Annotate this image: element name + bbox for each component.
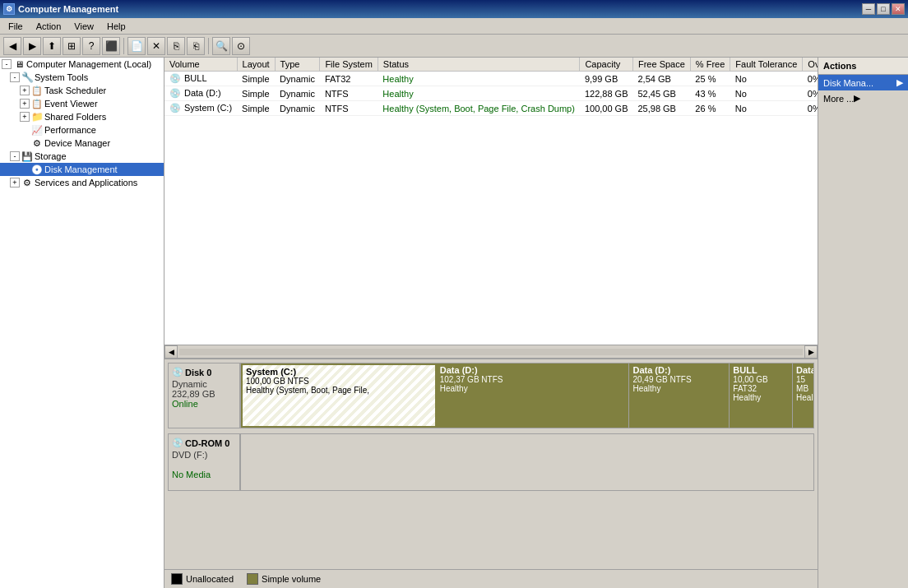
back-button[interactable]: ◀	[3, 37, 21, 55]
col-type[interactable]: Type	[275, 58, 320, 72]
properties-button[interactable]: ⊙	[232, 37, 250, 55]
close-button[interactable]: ✕	[892, 3, 905, 15]
actions-panel: Actions Disk Mana... ▶ More ... ▶	[818, 58, 908, 588]
new-button[interactable]: 📄	[127, 37, 146, 55]
scroll-left[interactable]: ◀	[164, 345, 178, 359]
col-capacity[interactable]: Capacity	[580, 58, 633, 72]
disk-management-icon: 💿	[31, 164, 43, 175]
col-status[interactable]: Status	[378, 58, 580, 72]
sidebar-item-storage[interactable]: - 💾 Storage	[0, 150, 164, 163]
up-button[interactable]: ⬆	[43, 37, 61, 55]
cell-type: Dynamic	[275, 72, 320, 86]
partition-data-small-size: 15 MB	[796, 375, 810, 393]
table-row[interactable]: 💿Data (D:) Simple Dynamic NTFS Healthy 1…	[164, 86, 818, 101]
partition-system-c[interactable]: System (C:) 100,00 GB NTFS Healthy (Syst…	[241, 363, 437, 428]
disk-view: 💿 Disk 0 Dynamic 232,89 GB Online System…	[164, 358, 818, 588]
expand-system-tools[interactable]: -	[10, 72, 20, 82]
cell-freespace: 2,54 GB	[632, 72, 690, 86]
menu-file[interactable]: File	[2, 20, 30, 33]
sidebar-item-event-viewer[interactable]: + 📋 Event Viewer	[0, 97, 164, 110]
cell-type: Dynamic	[275, 86, 320, 101]
legend: Unallocated Simple volume	[164, 569, 818, 588]
cdrom-label: 💿 CD-ROM 0 DVD (F:) No Media	[168, 433, 240, 491]
window-controls: ─ □ ✕	[862, 3, 905, 15]
actions-primary[interactable]: Disk Mana... ▶	[818, 75, 908, 90]
menu-action[interactable]: Action	[30, 20, 68, 33]
maximize-button[interactable]: □	[877, 3, 890, 15]
expand-shared-folders[interactable]: +	[20, 112, 30, 122]
sidebar-item-shared-folders[interactable]: + 📁 Shared Folders	[0, 110, 164, 123]
partition-bull-name: BULL	[733, 365, 789, 375]
menu-view[interactable]: View	[67, 20, 100, 33]
toolbar-separator-2	[208, 38, 209, 54]
menu-bar: File Action View Help	[0, 18, 908, 35]
cell-status: Healthy	[378, 86, 580, 101]
col-filesystem[interactable]: File System	[320, 58, 378, 72]
sidebar-label-services-applications: Services and Applications	[35, 178, 137, 188]
sidebar-label-computer-management: Computer Management (Local)	[26, 59, 151, 69]
sidebar-item-services-applications[interactable]: + ⚙ Services and Applications	[0, 176, 164, 189]
view-button[interactable]: ⬛	[102, 37, 120, 55]
col-faulttol[interactable]: Fault Tolerance	[730, 58, 803, 72]
actions-more[interactable]: More ... ▶	[818, 90, 908, 106]
cell-layout: Simple	[237, 86, 275, 101]
sidebar-item-computer-management[interactable]: - 🖥 Computer Management (Local)	[0, 58, 164, 71]
partition-system-c-name: System (C:)	[246, 367, 432, 377]
cell-fs: FAT32	[320, 72, 378, 86]
table-row[interactable]: 💿BULL Simple Dynamic FAT32 Healthy 9,99 …	[164, 72, 818, 86]
cell-type: Dynamic	[275, 101, 320, 116]
cell-overhead: 0%	[803, 86, 818, 101]
expand-computer-management[interactable]: -	[2, 59, 12, 69]
menu-help[interactable]: Help	[100, 20, 132, 33]
partition-data-d1[interactable]: Data (D:) 102,37 GB NTFS Healthy	[437, 363, 630, 428]
expand-task-scheduler[interactable]: +	[20, 86, 30, 95]
expand-event-viewer[interactable]: +	[20, 99, 30, 109]
scroll-track[interactable]	[179, 349, 803, 355]
help-button[interactable]: ?	[82, 37, 100, 55]
expand-storage[interactable]: -	[10, 151, 20, 161]
col-pctfree[interactable]: % Free	[690, 58, 730, 72]
partition-data-d2[interactable]: Data (D:) 20,49 GB NTFS Healthy	[629, 363, 730, 428]
copy-button[interactable]: ⎘	[167, 37, 185, 55]
cell-overhead: 0%	[803, 72, 818, 86]
cell-capacity: 100,00 GB	[580, 101, 633, 116]
unallocated-label: Unallocated	[186, 574, 234, 584]
show-hide-button[interactable]: ⊞	[63, 37, 81, 55]
expand-services-applications[interactable]: +	[10, 178, 20, 188]
actions-expand-icon: ▶	[896, 77, 903, 88]
delete-button[interactable]: ✕	[147, 37, 165, 55]
sidebar-item-device-manager[interactable]: ⚙ Device Manager	[0, 137, 164, 150]
paste-button[interactable]: ⎗	[187, 37, 205, 55]
cdrom-area	[240, 433, 814, 491]
disk0-name: 💿 Disk 0	[172, 367, 236, 377]
sidebar-item-disk-management[interactable]: 💿 Disk Management	[0, 163, 164, 176]
table-row[interactable]: 💿System (C:) Simple Dynamic NTFS Healthy…	[164, 101, 818, 116]
simple-volume-label: Simple volume	[262, 574, 321, 584]
cdrom-media: No Media	[172, 470, 236, 479]
sidebar-item-performance[interactable]: 📈 Performance	[0, 123, 164, 137]
partition-data-d1-status: Healthy	[440, 384, 626, 393]
cell-pctfree: 25 %	[690, 72, 730, 86]
partition-system-c-status: Healthy (System, Boot, Page File,	[246, 386, 432, 395]
partition-data-small-name: Data	[796, 365, 810, 375]
partition-data-d2-name: Data (D:)	[632, 365, 725, 375]
col-overhead[interactable]: Overhead	[803, 58, 818, 72]
minimize-button[interactable]: ─	[862, 3, 875, 15]
partition-bull[interactable]: BULL 10,00 GB FAT32 Healthy	[730, 363, 793, 428]
table-area[interactable]: Volume Layout Type File System Status Ca…	[164, 58, 818, 345]
search-button[interactable]: 🔍	[212, 37, 230, 55]
scroll-right[interactable]: ▶	[804, 345, 818, 359]
sidebar-item-system-tools[interactable]: - 🔧 System Tools	[0, 71, 164, 84]
col-layout[interactable]: Layout	[237, 58, 275, 72]
sidebar-item-task-scheduler[interactable]: + 📋 Task Scheduler	[0, 84, 164, 97]
cell-faulttol: No	[730, 86, 803, 101]
system-tools-icon: 🔧	[21, 72, 33, 83]
forward-button[interactable]: ▶	[23, 37, 41, 55]
disk0-status: Online	[172, 399, 236, 409]
partition-data-small[interactable]: Data 15 MB Healt	[793, 363, 813, 428]
horizontal-scrollbar[interactable]: ◀ ▶	[164, 345, 818, 358]
cell-status: Healthy (System, Boot, Page File, Crash …	[378, 101, 580, 116]
col-volume[interactable]: Volume	[164, 58, 237, 72]
cell-pctfree: 26 %	[690, 101, 730, 116]
col-freespace[interactable]: Free Space	[632, 58, 690, 72]
